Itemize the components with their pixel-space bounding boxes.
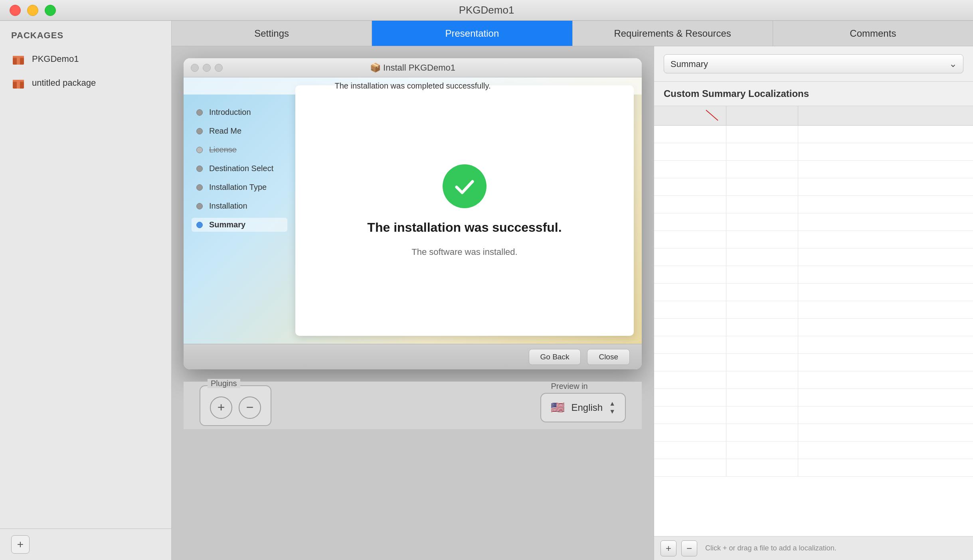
- table-cell[interactable]: [798, 143, 973, 161]
- table-cell[interactable]: [726, 178, 798, 196]
- tab-presentation[interactable]: Presentation: [372, 21, 572, 46]
- table-cell[interactable]: [726, 424, 798, 442]
- tab-settings[interactable]: Settings: [172, 21, 372, 46]
- summary-dropdown[interactable]: Summary: [664, 54, 963, 73]
- table-cell[interactable]: [798, 161, 973, 178]
- close-button[interactable]: [10, 5, 21, 16]
- table-cell[interactable]: [726, 231, 798, 248]
- table-cell[interactable]: [654, 371, 726, 389]
- table-cell[interactable]: [726, 126, 798, 143]
- table-cell[interactable]: [798, 319, 973, 336]
- table-cell[interactable]: [798, 284, 973, 301]
- plugins-group: Plugins + −: [200, 385, 271, 426]
- tab-comments[interactable]: Comments: [773, 21, 973, 46]
- table-cell[interactable]: [798, 406, 973, 424]
- table-cell[interactable]: [726, 196, 798, 213]
- table-cell[interactable]: [726, 406, 798, 424]
- sidebar-item-pkgdemo1[interactable]: PKGDemo1: [0, 47, 171, 71]
- table-cell[interactable]: [798, 126, 973, 143]
- remove-localization-button[interactable]: −: [681, 540, 697, 556]
- sidebar-label-untitled: untitled package: [32, 78, 96, 88]
- table-cell[interactable]: [726, 389, 798, 406]
- table-cell[interactable]: [654, 248, 726, 266]
- table-cell[interactable]: [726, 213, 798, 231]
- package-icon: [11, 52, 26, 66]
- table-cell[interactable]: [726, 442, 798, 459]
- step-installation[interactable]: Installation: [192, 199, 287, 213]
- table-cell[interactable]: [654, 336, 726, 354]
- table-cell[interactable]: [726, 371, 798, 389]
- table-cell[interactable]: [726, 301, 798, 319]
- minimize-button[interactable]: [27, 5, 38, 16]
- table-cell[interactable]: [798, 336, 973, 354]
- step-readme[interactable]: Read Me: [192, 124, 287, 138]
- maximize-button[interactable]: [45, 5, 56, 16]
- step-introduction[interactable]: Introduction: [192, 105, 287, 119]
- go-back-button[interactable]: Go Back: [529, 349, 581, 365]
- table-cell[interactable]: [654, 126, 726, 143]
- table-cell[interactable]: [798, 178, 973, 196]
- table-cell[interactable]: [798, 459, 973, 477]
- table-cell[interactable]: [654, 284, 726, 301]
- installer-title: 📦 Install PKGDemo1: [370, 63, 455, 73]
- table-header-col2: [726, 106, 798, 126]
- table-cell[interactable]: [726, 459, 798, 477]
- table-cell[interactable]: [654, 319, 726, 336]
- tab-requirements[interactable]: Requirements & Resources: [573, 21, 773, 46]
- table-cell[interactable]: [798, 389, 973, 406]
- table-cell[interactable]: [654, 161, 726, 178]
- table-cell[interactable]: [654, 406, 726, 424]
- diagonal-line-icon: [654, 106, 726, 124]
- table-cell[interactable]: [654, 213, 726, 231]
- table-cell[interactable]: [726, 143, 798, 161]
- preview-group-container: Preview in 🇺🇸 English ▲ ▼: [540, 389, 626, 422]
- table-cell[interactable]: [654, 354, 726, 371]
- table-row: [654, 284, 973, 301]
- table-cell[interactable]: [726, 319, 798, 336]
- table-cell[interactable]: [726, 336, 798, 354]
- table-cell[interactable]: [726, 266, 798, 284]
- close-installer-button[interactable]: Close: [587, 349, 630, 365]
- step-license[interactable]: License: [192, 143, 287, 157]
- table-cell[interactable]: [654, 389, 726, 406]
- table-cell[interactable]: [798, 424, 973, 442]
- remove-plugin-button[interactable]: −: [239, 396, 261, 419]
- table-cell[interactable]: [654, 143, 726, 161]
- language-stepper[interactable]: ▲ ▼: [609, 400, 615, 415]
- sidebar-item-untitled[interactable]: untitled package: [0, 71, 171, 95]
- add-plugin-button[interactable]: +: [210, 396, 232, 419]
- table-cell[interactable]: [798, 231, 973, 248]
- table-cell[interactable]: [726, 248, 798, 266]
- table-cell[interactable]: [798, 301, 973, 319]
- step-summary[interactable]: Summary: [192, 218, 287, 232]
- add-package-button[interactable]: +: [11, 535, 30, 554]
- table-cell[interactable]: [654, 266, 726, 284]
- table-cell[interactable]: [654, 231, 726, 248]
- table-cell[interactable]: [654, 301, 726, 319]
- sidebar-add-section: +: [0, 528, 171, 560]
- step-installation-type[interactable]: Installation Type: [192, 180, 287, 194]
- table-cell[interactable]: [726, 284, 798, 301]
- table-cell[interactable]: [654, 459, 726, 477]
- table-cell[interactable]: [654, 178, 726, 196]
- table-cell[interactable]: [654, 196, 726, 213]
- table-cell[interactable]: [798, 442, 973, 459]
- table-cell[interactable]: [798, 196, 973, 213]
- table-cell[interactable]: [798, 371, 973, 389]
- right-panel: Summary ⌄ Custom Summary Localizations: [654, 46, 973, 560]
- table-cell[interactable]: [726, 354, 798, 371]
- table-cell[interactable]: [654, 442, 726, 459]
- table-cell[interactable]: [798, 354, 973, 371]
- add-localization-button[interactable]: +: [661, 540, 676, 556]
- table-cell[interactable]: [726, 161, 798, 178]
- step-destination[interactable]: Destination Select: [192, 162, 287, 175]
- localization-hint: Click + or drag a file to add a localiza…: [705, 544, 837, 552]
- installer-steps: Introduction Read Me License: [184, 93, 295, 344]
- titlebar: PKGDemo1: [0, 0, 973, 21]
- table-row: [654, 161, 973, 178]
- table-cell[interactable]: [798, 248, 973, 266]
- table-cell[interactable]: [798, 266, 973, 284]
- preview-group[interactable]: 🇺🇸 English ▲ ▼: [540, 393, 626, 422]
- table-cell[interactable]: [798, 213, 973, 231]
- table-cell[interactable]: [654, 424, 726, 442]
